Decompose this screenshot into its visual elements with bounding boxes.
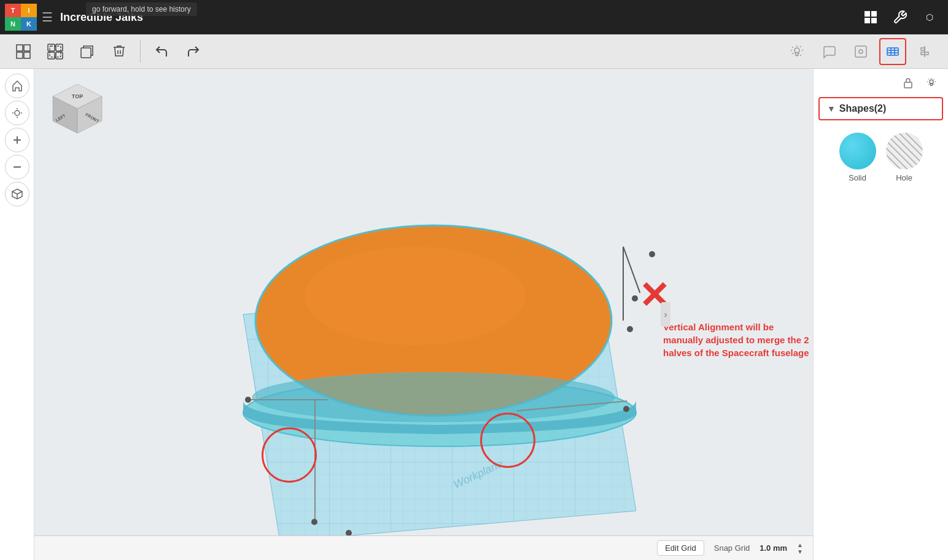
shapes-options: Solid Hole	[818, 128, 943, 187]
ungroup-button[interactable]	[42, 38, 69, 65]
comment-button[interactable]	[815, 38, 842, 65]
hole-shape-icon	[886, 133, 923, 169]
svg-rect-12	[50, 46, 61, 57]
hole-shape-option[interactable]: Hole	[886, 133, 923, 182]
handle-bottom-left[interactable]	[311, 519, 317, 525]
svg-line-35	[17, 192, 22, 194]
solid-shape-label: Solid	[849, 173, 866, 182]
svg-rect-4	[17, 45, 23, 51]
light-button[interactable]	[783, 38, 810, 65]
svg-rect-50	[904, 82, 912, 88]
logo-t: T	[5, 4, 21, 17]
handle-top2[interactable]	[632, 295, 638, 301]
handle-line-top	[623, 247, 624, 321]
svg-rect-2	[864, 18, 870, 23]
lock-icon[interactable]	[899, 74, 917, 92]
svg-point-25	[15, 111, 20, 115]
delete-button[interactable]	[106, 38, 133, 65]
svg-line-34	[12, 192, 17, 194]
snap-grid-stepper[interactable]: ▲ ▼	[797, 542, 803, 555]
logo-k: N	[5, 17, 21, 31]
right-panel: ▼ Shapes(2) Solid Hole	[813, 69, 948, 560]
zoom-in-button[interactable]	[5, 128, 29, 152]
svg-point-16	[859, 50, 863, 53]
hole-shape-label: Hole	[896, 173, 912, 182]
svg-rect-6	[17, 52, 23, 58]
svg-rect-9	[56, 44, 63, 51]
toolbar-right	[783, 38, 938, 65]
svg-rect-8	[48, 44, 55, 51]
svg-marker-39	[77, 96, 102, 133]
svg-rect-13	[81, 48, 91, 58]
svg-rect-7	[24, 52, 30, 58]
view-box-button[interactable]	[847, 38, 874, 65]
view-cube[interactable]: TOP LEFT FRONT	[47, 81, 108, 142]
zoom-out-button[interactable]	[5, 155, 29, 179]
svg-text:TOP: TOP	[72, 93, 83, 99]
profile-button[interactable]: ⬡	[916, 4, 943, 31]
svg-rect-17	[887, 48, 898, 55]
handle-left[interactable]	[245, 397, 251, 403]
snap-grid-label: Snap Grid	[714, 543, 750, 553]
handle-top3[interactable]	[627, 326, 633, 332]
svg-point-14	[795, 48, 799, 53]
annotation-text: Vertical Alignment will be manually adju…	[663, 321, 813, 359]
annotation-circle-right	[480, 413, 535, 468]
home-view-button[interactable]	[5, 74, 29, 98]
shapes-arrow: ▼	[827, 104, 836, 114]
main-area: TOP LEFT FRONT Workplane	[0, 69, 948, 560]
menu-icon[interactable]: ☰	[42, 10, 53, 25]
svg-marker-37	[53, 84, 102, 109]
svg-rect-11	[56, 52, 63, 59]
svg-rect-3	[871, 18, 877, 23]
undo-button[interactable]	[148, 38, 175, 65]
align-button[interactable]	[911, 38, 938, 65]
tinkercad-logo[interactable]: T I N K	[5, 4, 37, 31]
svg-point-48	[305, 247, 526, 345]
svg-rect-15	[855, 46, 866, 57]
fit-view-button[interactable]	[5, 101, 29, 125]
layers-button[interactable]	[879, 38, 906, 65]
left-panel	[0, 69, 34, 560]
toolbar	[0, 34, 948, 69]
light-panel-icon[interactable]	[922, 74, 941, 92]
3d-view-button[interactable]	[5, 182, 29, 206]
svg-marker-38	[53, 96, 77, 133]
topbar: T I N K ☰ Incredible Jaiks go forward, h…	[0, 0, 948, 34]
svg-rect-0	[864, 11, 870, 17]
svg-point-49	[252, 373, 615, 422]
duplicate-button[interactable]	[74, 38, 101, 65]
svg-rect-1	[871, 11, 877, 17]
solid-shape-icon	[839, 133, 876, 169]
tools-button[interactable]	[887, 4, 914, 31]
svg-text:FRONT: FRONT	[85, 112, 100, 123]
redo-button[interactable]	[180, 38, 207, 65]
shapes-header[interactable]: ▼ Shapes(2)	[818, 97, 943, 120]
bottom-bar: Edit Grid Snap Grid 1.0 mm ▲ ▼	[34, 535, 813, 560]
annotation-circle-left	[262, 427, 317, 483]
toolbar-separator-1	[140, 41, 141, 63]
logo-e: K	[21, 17, 37, 31]
right-icons-row	[818, 74, 943, 92]
group-button[interactable]	[10, 38, 37, 65]
right-panel-toggle[interactable]: ›	[661, 302, 670, 327]
edit-grid-button[interactable]: Edit Grid	[657, 540, 704, 556]
canvas[interactable]: TOP LEFT FRONT Workplane	[34, 69, 813, 560]
svg-text:LEFT: LEFT	[55, 113, 66, 122]
handle-bottom-right[interactable]	[623, 406, 629, 412]
logo-i: I	[21, 4, 37, 17]
svg-rect-23	[921, 48, 925, 50]
3d-object[interactable]	[231, 179, 648, 464]
snap-grid-value: 1.0 mm	[760, 543, 787, 553]
svg-rect-5	[24, 45, 30, 51]
handle-line-left	[248, 399, 328, 400]
handle-top[interactable]	[649, 251, 655, 257]
topbar-right: ⬡	[857, 4, 943, 31]
shapes-title: Shapes(2)	[839, 103, 886, 114]
svg-rect-10	[48, 52, 55, 59]
grid-view-button[interactable]	[857, 4, 884, 31]
svg-point-51	[930, 80, 933, 84]
tooltip-box: go forward, hold to see history	[86, 2, 197, 16]
solid-shape-option[interactable]: Solid	[839, 133, 876, 182]
